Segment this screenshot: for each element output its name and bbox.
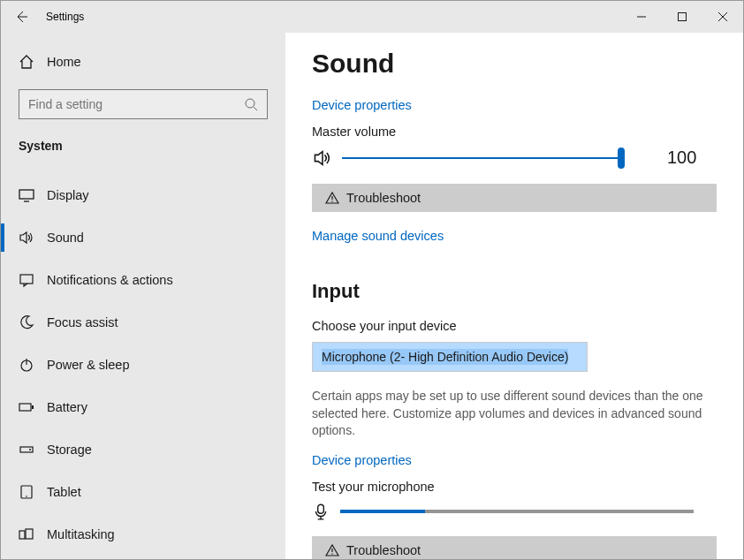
search-input[interactable] [28,97,244,111]
master-volume-label: Master volume [312,125,717,139]
sidebar-item-battery[interactable]: Battery [1,386,285,428]
sidebar-item-label: Sound [47,231,84,245]
manage-devices-link[interactable]: Manage sound devices [312,229,444,243]
moon-icon [19,314,34,330]
sidebar-item-multitasking[interactable]: Multitasking [1,513,285,556]
sidebar-home[interactable]: Home [1,42,285,82]
sidebar-item-label: Power & sleep [47,358,130,372]
sidebar-item-tablet[interactable]: Tablet [1,471,285,513]
svg-rect-12 [26,529,33,539]
maximize-button[interactable] [662,1,702,33]
sidebar-item-label: Display [47,188,89,202]
button-label: Troubleshoot [346,543,421,557]
window-title: Settings [46,11,84,23]
tablet-icon [19,484,34,500]
sidebar-item-storage[interactable]: Storage [1,428,285,471]
master-volume-value: 100 [667,148,696,168]
mic-level-meter [340,510,694,513]
display-icon [19,187,34,203]
sidebar-item-label: Storage [47,443,92,457]
main-content: Sound Device properties Master volume 10… [285,33,743,559]
sound-icon [19,230,34,246]
svg-rect-3 [20,275,33,284]
svg-rect-11 [19,531,25,539]
input-device-value: Microphone (2- High Definition Audio Dev… [322,349,568,365]
microphone-icon [312,503,330,520]
test-mic-label: Test your microphone [312,480,717,494]
svg-rect-2 [19,190,34,199]
notifications-icon [19,272,34,288]
sidebar-nav: Display Sound Notifications & actions Fo… [1,174,285,556]
input-description: Certain apps may be set up to use differ… [312,388,705,440]
storage-icon [19,442,34,458]
sidebar-section-label: System [1,132,285,174]
search-box[interactable] [19,89,268,119]
input-device-properties-link[interactable]: Device properties [312,453,412,467]
device-properties-link[interactable]: Device properties [312,98,717,112]
back-button[interactable] [1,1,42,33]
sidebar-item-label: Battery [47,400,87,414]
choose-input-label: Choose your input device [312,319,717,333]
sidebar-item-label: Notifications & actions [47,273,173,287]
button-label: Troubleshoot [346,191,421,205]
sidebar: Home System Display Sound Notifications … [1,33,285,559]
warning-icon [325,191,339,205]
sidebar-item-power[interactable]: Power & sleep [1,344,285,386]
svg-rect-0 [679,13,687,21]
input-device-select[interactable]: Microphone (2- High Definition Audio Dev… [312,342,588,372]
svg-point-10 [26,496,27,497]
sidebar-item-label: Tablet [47,485,81,499]
sidebar-item-sound[interactable]: Sound [1,216,285,259]
master-volume-row: 100 [312,148,717,168]
close-button[interactable] [702,1,743,33]
minimize-button[interactable] [621,1,662,33]
master-volume-slider[interactable] [342,149,625,167]
speaker-icon [312,148,333,168]
sidebar-item-focus-assist[interactable]: Focus assist [1,301,285,344]
troubleshoot-input-button[interactable]: Troubleshoot [312,536,717,559]
window-titlebar: Settings [1,1,743,33]
sidebar-home-label: Home [47,55,81,69]
svg-point-15 [331,553,332,554]
multitasking-icon [19,526,34,542]
search-icon [244,97,258,111]
sidebar-item-label: Multitasking [47,527,115,541]
sidebar-item-notifications[interactable]: Notifications & actions [1,259,285,301]
svg-point-1 [246,99,254,108]
battery-icon [19,399,34,415]
svg-rect-5 [19,404,31,411]
power-icon [19,357,34,373]
warning-icon [325,543,339,557]
troubleshoot-output-button[interactable]: Troubleshoot [312,184,717,212]
svg-point-13 [331,201,332,201]
sidebar-item-display[interactable]: Display [1,174,285,216]
home-icon [19,54,34,70]
sidebar-item-label: Focus assist [47,315,118,329]
mic-test-row [312,503,717,520]
input-heading: Input [312,280,717,303]
svg-rect-6 [32,405,34,409]
svg-rect-14 [318,504,324,513]
page-title: Sound [312,49,717,79]
svg-point-8 [29,449,31,450]
